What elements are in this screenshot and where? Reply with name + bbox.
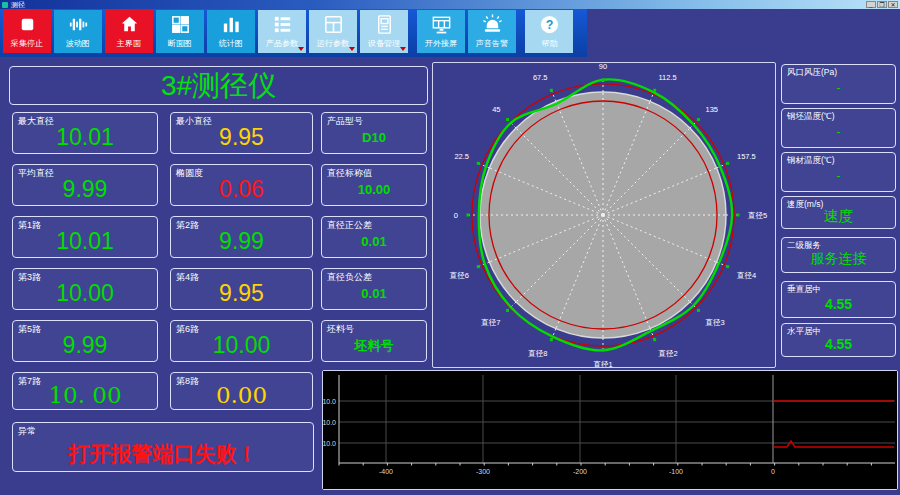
barchart-icon xyxy=(220,10,243,38)
gauge-title-box: 3#测径仪 xyxy=(9,66,428,105)
status-panel--: 二级服务服务连接 xyxy=(781,237,896,273)
toolbar-button-label: 帮助 xyxy=(541,38,557,49)
measure-value: 坯料号 xyxy=(355,339,394,352)
polar-axis-label: 112.5 xyxy=(659,73,677,82)
toolbar-button-run-params[interactable]: 运行参数 xyxy=(309,10,357,53)
status-panel--: 垂直居中4.55 xyxy=(781,281,896,318)
toolbar-button-label: 开外接屏 xyxy=(425,38,457,49)
polar-axis-label: 67.5 xyxy=(533,73,548,82)
minimize-button[interactable]: _ xyxy=(866,1,876,8)
polar-axis-label: 90 xyxy=(599,63,607,71)
status-value: - xyxy=(782,161,895,191)
polar-chart-svg: 直径5157.5135112.59067.54522.50直径6直径7直径8直径… xyxy=(433,63,775,367)
toolbar-button-monitor[interactable]: 开外接屏 xyxy=(417,10,465,53)
help-icon: ? xyxy=(538,10,561,38)
toolbar-button-home[interactable]: 主界面 xyxy=(105,10,153,53)
app-window: 测径 _ ❐ ✕ 采集停止波动图主界面断面图统计图产品参数运行参数设备管理开外接… xyxy=(0,0,900,495)
dropdown-arrow-icon xyxy=(298,47,304,51)
run-params-icon xyxy=(322,10,345,38)
measure-value: 9.99 xyxy=(219,230,264,253)
y-tick-label: 10.0 xyxy=(323,419,336,426)
measure-box-第3路: 第3路10.00 xyxy=(12,268,158,310)
measure-value: 9.95 xyxy=(219,282,264,305)
polar-axis-label: 0 xyxy=(454,211,458,220)
status-value: - xyxy=(782,117,895,147)
label-marker xyxy=(697,309,700,312)
label-marker xyxy=(737,214,740,217)
svg-text:?: ? xyxy=(545,17,553,31)
alarm-message: 打开报警端口失败！ xyxy=(69,443,258,464)
status-panel--: 钢材温度(℃)- xyxy=(781,152,896,192)
siren-icon xyxy=(481,10,504,38)
label-marker xyxy=(602,349,605,352)
main-toolbar: 采集停止波动图主界面断面图统计图产品参数运行参数设备管理开外接屏声音告警?帮助 xyxy=(0,9,587,57)
measure-box-第5路: 第5路9.99 xyxy=(12,320,158,362)
toolbar-button-product-params[interactable]: 产品参数 xyxy=(258,10,306,53)
status-panel--Pa-: 风口风压(Pa)- xyxy=(781,64,896,104)
polar-axis-label: 直径3 xyxy=(705,318,725,327)
measure-value: 10.01 xyxy=(56,230,114,253)
label-marker xyxy=(506,309,509,312)
measure-value: 9.95 xyxy=(219,126,264,149)
label-marker xyxy=(653,89,656,92)
trend-chart-svg: 10.010.010.0-400-300-200-1000 xyxy=(323,371,897,489)
toolbar-button-label: 声音告警 xyxy=(476,38,508,49)
label-marker xyxy=(467,214,470,217)
measure-box-坯料号: 坯料号坯料号 xyxy=(321,320,427,362)
measure-box-最小直径: 最小直径9.95 xyxy=(170,112,313,154)
status-value: - xyxy=(782,73,895,103)
device-icon xyxy=(373,10,396,38)
x-tick-label: -200 xyxy=(573,468,587,475)
toolbar-button-sections[interactable]: 断面图 xyxy=(156,10,204,53)
polar-axis-label: 直径8 xyxy=(527,349,547,358)
alarm-box: 异常 打开报警端口失败！ xyxy=(12,422,314,472)
y-tick-label: 10.0 xyxy=(323,398,336,405)
waveform-icon xyxy=(67,10,90,38)
close-button[interactable]: ✕ xyxy=(888,1,898,8)
polar-profile-chart: 直径5157.5135112.59067.54522.50直径6直径7直径8直径… xyxy=(432,62,776,368)
toolbar-button-label: 统计图 xyxy=(219,38,243,49)
toolbar-button-help[interactable]: ?帮助 xyxy=(525,10,573,53)
sections-icon xyxy=(169,10,192,38)
measure-value: 0.06 xyxy=(219,178,264,201)
label-marker xyxy=(550,338,553,341)
maximize-button[interactable]: ❐ xyxy=(877,1,887,8)
polar-axis-label: 直径1 xyxy=(592,360,612,367)
toolbar-button-waveform[interactable]: 波动图 xyxy=(54,10,102,53)
toolbar-button-label: 产品参数 xyxy=(266,38,298,49)
status-value: 速度 xyxy=(782,205,895,228)
toolbar-button-barchart[interactable]: 统计图 xyxy=(207,10,255,53)
measure-box-第7路: 第7路10. 00 xyxy=(12,372,158,410)
measure-value: 0.00 xyxy=(216,384,267,407)
measure-box-最大直径: 最大直径10.01 xyxy=(12,112,158,154)
toolbar-button-stop[interactable]: 采集停止 xyxy=(3,10,51,53)
monitor-icon xyxy=(430,10,453,38)
toolbar-button-label: 波动图 xyxy=(66,38,90,49)
label-marker xyxy=(602,79,605,82)
polar-axis-label: 直径4 xyxy=(736,271,756,280)
polar-axis-label: 22.5 xyxy=(454,152,469,161)
label-marker xyxy=(506,118,509,121)
polar-axis-label: 135 xyxy=(706,105,719,114)
measure-box-椭圆度: 椭圆度0.06 xyxy=(170,164,313,206)
toolbar-button-label: 主界面 xyxy=(117,38,141,49)
measure-box-第8路: 第8路0.00 xyxy=(170,372,313,410)
dropdown-arrow-icon xyxy=(349,47,355,51)
x-tick-label: -400 xyxy=(379,468,393,475)
measure-value: D10 xyxy=(362,131,386,144)
measure-box-第2路: 第2路9.99 xyxy=(170,216,313,258)
measure-box-直径负公差: 直径负公差0.01 xyxy=(321,268,427,310)
window-controls: _ ❐ ✕ xyxy=(866,1,898,8)
measure-box-直径正公差: 直径正公差0.01 xyxy=(321,216,427,258)
measure-box-第4路: 第4路9.95 xyxy=(170,268,313,310)
status-value: 服务连接 xyxy=(782,246,895,272)
title-bar: 测径 _ ❐ ✕ xyxy=(0,0,900,9)
measure-value: 0.01 xyxy=(361,287,386,300)
toolbar-button-device[interactable]: 设备管理 xyxy=(360,10,408,53)
toolbar-button-label: 断面图 xyxy=(168,38,192,49)
status-panel--m-s-: 速度(m/s)速度 xyxy=(781,196,896,229)
polar-axis-label: 直径7 xyxy=(480,318,500,327)
toolbar-button-siren[interactable]: 声音告警 xyxy=(468,10,516,53)
page-title: 3#测径仪 xyxy=(161,67,276,105)
label-marker xyxy=(550,89,553,92)
